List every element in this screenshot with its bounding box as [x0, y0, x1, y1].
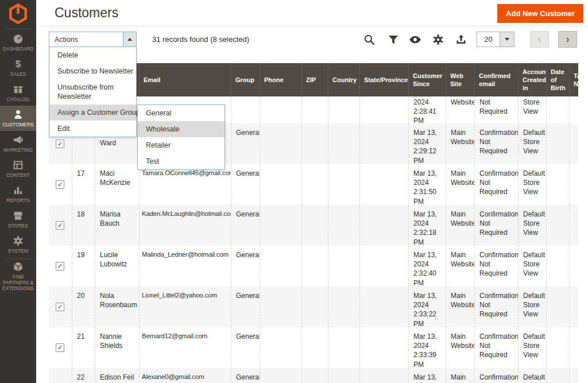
- menu-item-assign-a-customer-group[interactable]: Assign a Customer Group: [49, 105, 136, 121]
- table-row: ✓22Edison FeilAlexane0@gmail.comGeneralM…: [49, 368, 578, 383]
- cell-zip: [301, 205, 328, 246]
- sidebar-item-stores[interactable]: Stores: [0, 207, 36, 232]
- cell-confirmed: Confirmation Not Required: [474, 327, 518, 368]
- sidebar-item-sales[interactable]: $Sales: [0, 55, 36, 80]
- row-checkbox[interactable]: ✓: [56, 343, 64, 352]
- column-header-account[interactable]: Account Created in: [518, 63, 546, 96]
- cell-zip: [301, 368, 328, 383]
- cell-since: Mar 13, 2024 2:31:50 PM: [408, 164, 446, 205]
- cell-tax: [569, 327, 578, 368]
- row-checkbox[interactable]: ✓: [56, 262, 64, 270]
- column-header-email[interactable]: Email: [139, 63, 231, 96]
- search-icon[interactable]: [363, 33, 376, 46]
- cell-id: 20: [72, 287, 95, 327]
- cell-phone: [260, 205, 301, 246]
- cell-tax: [569, 368, 578, 383]
- cell-web: Main Website: [446, 327, 474, 368]
- row-checkbox[interactable]: ✓: [56, 303, 64, 311]
- cell-state: [359, 123, 408, 164]
- row-checkbox[interactable]: ✓: [56, 180, 64, 189]
- cell-id: 21: [72, 327, 95, 368]
- cell-country: [328, 368, 359, 383]
- storefront-icon: [13, 210, 24, 221]
- menu-item-label: Edit: [57, 124, 70, 133]
- submenu-item-test[interactable]: Test: [138, 153, 225, 169]
- actions-dropdown-arrow[interactable]: [123, 32, 136, 47]
- column-header-tax[interactable]: Tax Number: [569, 63, 578, 96]
- menu-item-subscribe-to-newsletter[interactable]: Subscribe to Newsletter: [49, 63, 136, 79]
- column-header-group[interactable]: Group: [231, 63, 260, 96]
- cell-id: 19: [72, 246, 95, 287]
- column-header-confirmed[interactable]: Confirmed email: [474, 63, 518, 96]
- cell-country: [328, 327, 359, 368]
- sidebar-item-find-partners[interactable]: Find Partners & Extensions: [0, 260, 36, 293]
- column-header-phone[interactable]: Phone: [260, 63, 301, 96]
- table-row: ✓19Lucile LubowitzMalinda_Ledner@hotmail…: [49, 246, 578, 287]
- cell-email: Malinda_Ledner@hotmail.com: [139, 246, 231, 287]
- cell-since: Mar 13, 2024 2:29:12 PM: [408, 123, 446, 164]
- cell-cb: ✓: [49, 164, 72, 205]
- menu-item-edit[interactable]: Edit: [49, 121, 136, 137]
- page-header: Customers Add New Customer: [36, 0, 588, 26]
- previous-page-button[interactable]: ‹: [530, 31, 549, 48]
- cell-zip: [301, 246, 328, 287]
- sidebar-item-system[interactable]: System: [0, 232, 36, 257]
- row-checkbox[interactable]: ✓: [56, 140, 64, 148]
- person-icon: [13, 109, 24, 120]
- cell-email: Bernard12@gmail.com: [139, 327, 231, 368]
- cell-phone: [260, 164, 301, 205]
- cell-group: General: [231, 246, 260, 287]
- menu-item-delete[interactable]: Delete: [49, 47, 136, 63]
- column-header-country[interactable]: Country: [328, 63, 359, 96]
- column-header-zip[interactable]: ZIP: [301, 63, 328, 96]
- sidebar-item-reports[interactable]: Reports: [0, 181, 36, 207]
- menu-item-label: Delete: [57, 51, 78, 60]
- cell-email: Tamara.OConnell45@gmail.com: [139, 164, 231, 205]
- column-header-web[interactable]: Web Site: [446, 63, 474, 96]
- megaphone-icon: [13, 134, 24, 145]
- cell-tax: [569, 205, 578, 246]
- cell-email: Kaden.McLaughlin@hotmail.com: [139, 205, 231, 246]
- next-page-button[interactable]: ›: [558, 31, 577, 48]
- cell-web: Main Website: [446, 246, 474, 287]
- magento-admin-customers-page: Dashboard$SalesCatalogCustomersMarketing…: [0, 0, 588, 383]
- submenu-item-retailer[interactable]: Retailer: [138, 137, 225, 153]
- add-new-customer-button[interactable]: Add New Customer: [497, 4, 583, 23]
- cell-group: [231, 96, 260, 123]
- menu-item-label: Unsubscribe from Newsletter: [57, 83, 134, 101]
- sidebar-item-marketing[interactable]: Marketing: [0, 131, 36, 156]
- magento-logo-icon[interactable]: [0, 0, 36, 28]
- submenu-item-general[interactable]: General: [138, 105, 225, 121]
- cell-confirmed: Confirmation Not Required: [474, 205, 518, 246]
- column-header-state[interactable]: State/Province: [359, 63, 408, 96]
- eye-columns-icon[interactable]: [409, 33, 421, 46]
- sidebar-item-label: System: [2, 248, 35, 254]
- sidebar-item-catalog[interactable]: Catalog: [0, 80, 36, 106]
- cell-since: Mar 13, 2024 2:33:22 PM: [408, 287, 446, 327]
- row-checkbox[interactable]: ✓: [56, 221, 64, 230]
- page-size-arrow[interactable]: [500, 32, 514, 47]
- cell-tax: [569, 96, 578, 123]
- sidebar-item-label: Dashboard: [2, 46, 35, 52]
- cell-id: 22: [72, 368, 95, 383]
- column-header-since[interactable]: Customer Since: [408, 63, 446, 96]
- menu-item-unsubscribe-from-newsletter[interactable]: Unsubscribe from Newsletter: [49, 79, 136, 105]
- sidebar-item-customers[interactable]: Customers: [0, 106, 36, 131]
- cell-since: Mar 13,: [408, 368, 446, 383]
- cell-cb: ✓: [49, 327, 72, 368]
- actions-dropdown[interactable]: Actions: [49, 32, 137, 47]
- page-size-select[interactable]: 20: [477, 32, 514, 47]
- cell-account: Default Store View: [518, 164, 546, 205]
- submenu-item-wholesale[interactable]: Wholesale: [138, 121, 225, 137]
- cell-since: Mar 13, 2024 2:32:18 PM: [408, 205, 446, 246]
- cell-dob: [546, 96, 569, 123]
- gear-icon[interactable]: [432, 33, 444, 46]
- sidebar-item-content[interactable]: Content: [0, 156, 36, 181]
- sidebar-item-dashboard[interactable]: Dashboard: [0, 30, 36, 55]
- cell-state: [359, 164, 408, 205]
- filter-icon[interactable]: [387, 33, 400, 46]
- sidebar-item-label: Sales: [2, 71, 35, 77]
- column-header-dob[interactable]: Date of Birth: [546, 63, 569, 96]
- export-icon[interactable]: [455, 33, 467, 46]
- cell-dob: [546, 368, 569, 383]
